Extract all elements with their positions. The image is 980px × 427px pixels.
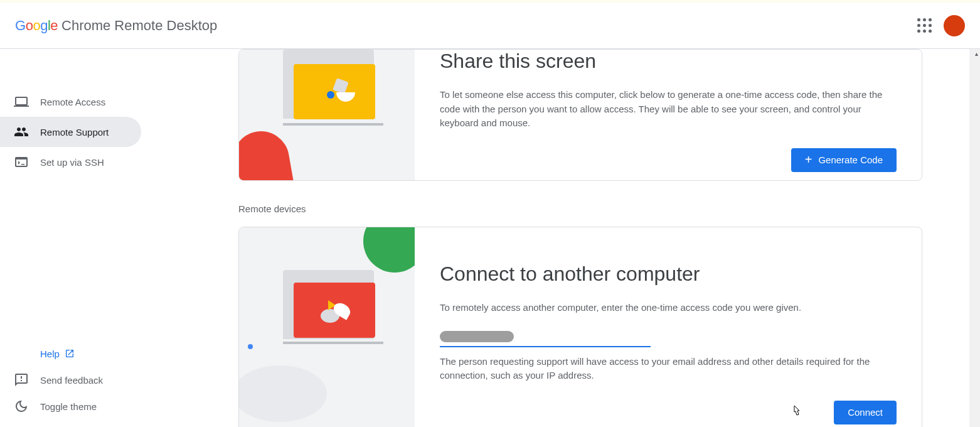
header-left: Google Chrome Remote Desktop: [15, 18, 217, 34]
sidebar-item-label: Remote Support: [40, 127, 109, 138]
feedback-icon: [14, 372, 29, 387]
nav-bottom: Help Send feedback Toggle theme: [0, 340, 182, 427]
main-content: Share this screen To let someone else ac…: [182, 49, 980, 427]
connect-illustration: [239, 227, 415, 427]
sidebar-item-help[interactable]: Help: [0, 340, 141, 367]
external-link-icon: [65, 349, 75, 359]
sidebar-item-remote-access[interactable]: Remote Access: [0, 87, 141, 117]
product-name: Chrome Remote Desktop: [61, 18, 217, 34]
scrollbar-track[interactable]: [969, 49, 980, 427]
connect-note: The person requesting support will have …: [440, 355, 897, 383]
sidebar-item-label: Remote Access: [40, 97, 105, 107]
connect-description: To remotely access another computer, ent…: [440, 301, 897, 315]
people-icon: [14, 124, 29, 139]
share-illustration: [239, 50, 415, 180]
moon-icon: [14, 399, 29, 414]
share-title: Share this screen: [440, 50, 897, 73]
sidebar: Remote Access Remote Support Set up via …: [0, 49, 182, 427]
sidebar-item-label: Toggle theme: [40, 401, 97, 412]
google-logo: Google: [15, 18, 58, 34]
sidebar-item-label: Send feedback: [40, 375, 103, 386]
button-label: Generate Code: [818, 154, 883, 165]
help-icon: [14, 346, 29, 361]
share-description: To let someone else access this computer…: [440, 88, 897, 131]
redacted-value: [440, 331, 514, 342]
connect-button[interactable]: Connect: [834, 401, 897, 424]
laptop-icon: [14, 94, 29, 109]
header-right: [917, 15, 965, 36]
connect-title: Connect to another computer: [440, 262, 897, 286]
generate-code-button[interactable]: + Generate Code: [791, 148, 897, 172]
sidebar-item-label: Help: [40, 349, 60, 359]
apps-icon[interactable]: [917, 18, 932, 33]
logo[interactable]: Google Chrome Remote Desktop: [15, 18, 217, 34]
terminal-icon: [14, 154, 29, 170]
connect-card: Connect to another computer To remotely …: [238, 227, 922, 427]
sidebar-item-remote-support[interactable]: Remote Support: [0, 117, 141, 147]
scroll-up-arrow[interactable]: ▴: [975, 50, 978, 57]
sidebar-item-feedback[interactable]: Send feedback: [0, 367, 141, 393]
sidebar-item-theme[interactable]: Toggle theme: [0, 393, 141, 419]
header: Google Chrome Remote Desktop: [0, 0, 980, 49]
access-code-field-wrap: [440, 325, 651, 347]
remote-devices-label: Remote devices: [238, 203, 922, 214]
nav-top: Remote Access Remote Support Set up via …: [0, 87, 182, 177]
plus-icon: +: [805, 153, 812, 167]
share-screen-card: Share this screen To let someone else ac…: [238, 49, 922, 181]
sidebar-item-ssh[interactable]: Set up via SSH: [0, 147, 141, 177]
avatar[interactable]: [944, 15, 965, 36]
sidebar-item-label: Set up via SSH: [40, 157, 104, 168]
button-label: Connect: [848, 407, 883, 418]
